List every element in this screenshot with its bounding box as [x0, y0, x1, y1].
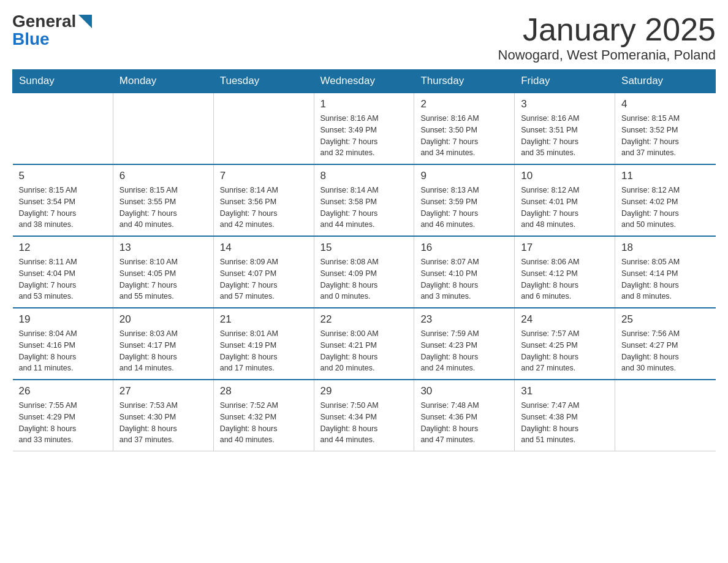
- day-number: 7: [220, 170, 308, 182]
- logo-general-text: General: [12, 13, 76, 30]
- day-cell: 9Sunrise: 8:13 AM Sunset: 3:59 PM Daylig…: [414, 164, 515, 236]
- day-number: 1: [320, 98, 408, 110]
- day-number: 20: [119, 313, 207, 326]
- day-cell: 31Sunrise: 7:47 AM Sunset: 4:38 PM Dayli…: [515, 380, 615, 451]
- day-info: Sunrise: 8:15 AM Sunset: 3:55 PM Dayligh…: [119, 185, 207, 231]
- page-header: General Blue January 2025 Nowogard, West…: [12, 12, 716, 63]
- day-cell: 3Sunrise: 8:16 AM Sunset: 3:51 PM Daylig…: [515, 93, 615, 164]
- day-cell: 17Sunrise: 8:06 AM Sunset: 4:12 PM Dayli…: [515, 236, 615, 308]
- week-row-4: 19Sunrise: 8:04 AM Sunset: 4:16 PM Dayli…: [13, 308, 716, 380]
- day-number: 12: [19, 242, 107, 254]
- day-info: Sunrise: 8:14 AM Sunset: 3:58 PM Dayligh…: [320, 185, 408, 231]
- day-cell: 7Sunrise: 8:14 AM Sunset: 3:56 PM Daylig…: [213, 164, 314, 236]
- logo-blue-text: Blue: [12, 31, 50, 48]
- day-number: 29: [320, 385, 408, 397]
- day-number: 5: [19, 170, 107, 182]
- header-cell-tuesday: Tuesday: [213, 70, 314, 93]
- title-area: January 2025 Nowogard, West Pomerania, P…: [498, 12, 716, 63]
- day-number: 16: [420, 242, 508, 254]
- day-number: 17: [521, 242, 609, 254]
- day-cell: 30Sunrise: 7:48 AM Sunset: 4:36 PM Dayli…: [414, 380, 515, 451]
- day-number: 30: [420, 385, 508, 397]
- day-number: 24: [521, 313, 609, 326]
- header-cell-sunday: Sunday: [13, 70, 113, 93]
- day-cell: 20Sunrise: 8:03 AM Sunset: 4:17 PM Dayli…: [113, 308, 213, 380]
- calendar-table: SundayMondayTuesdayWednesdayThursdayFrid…: [12, 69, 716, 451]
- day-info: Sunrise: 7:57 AM Sunset: 4:25 PM Dayligh…: [521, 328, 609, 374]
- day-info: Sunrise: 7:59 AM Sunset: 4:23 PM Dayligh…: [420, 328, 508, 374]
- week-row-2: 5Sunrise: 8:15 AM Sunset: 3:54 PM Daylig…: [13, 164, 716, 236]
- day-cell: 24Sunrise: 7:57 AM Sunset: 4:25 PM Dayli…: [515, 308, 615, 380]
- day-info: Sunrise: 7:55 AM Sunset: 4:29 PM Dayligh…: [19, 400, 107, 446]
- day-cell: 25Sunrise: 7:56 AM Sunset: 4:27 PM Dayli…: [615, 308, 716, 380]
- day-info: Sunrise: 8:12 AM Sunset: 4:01 PM Dayligh…: [521, 185, 609, 231]
- day-info: Sunrise: 7:52 AM Sunset: 4:32 PM Dayligh…: [220, 400, 308, 446]
- week-row-3: 12Sunrise: 8:11 AM Sunset: 4:04 PM Dayli…: [13, 236, 716, 308]
- day-cell: 6Sunrise: 8:15 AM Sunset: 3:55 PM Daylig…: [113, 164, 213, 236]
- day-number: 14: [220, 242, 308, 254]
- day-info: Sunrise: 7:53 AM Sunset: 4:30 PM Dayligh…: [119, 400, 207, 446]
- day-info: Sunrise: 7:48 AM Sunset: 4:36 PM Dayligh…: [420, 400, 508, 446]
- day-cell: [615, 380, 716, 451]
- day-info: Sunrise: 7:50 AM Sunset: 4:34 PM Dayligh…: [320, 400, 408, 446]
- day-cell: 23Sunrise: 7:59 AM Sunset: 4:23 PM Dayli…: [414, 308, 515, 380]
- day-cell: 19Sunrise: 8:04 AM Sunset: 4:16 PM Dayli…: [13, 308, 113, 380]
- day-cell: 14Sunrise: 8:09 AM Sunset: 4:07 PM Dayli…: [213, 236, 314, 308]
- day-cell: 13Sunrise: 8:10 AM Sunset: 4:05 PM Dayli…: [113, 236, 213, 308]
- day-info: Sunrise: 8:12 AM Sunset: 4:02 PM Dayligh…: [621, 185, 709, 231]
- day-cell: 1Sunrise: 8:16 AM Sunset: 3:49 PM Daylig…: [314, 93, 414, 164]
- calendar-body: 1Sunrise: 8:16 AM Sunset: 3:49 PM Daylig…: [13, 93, 716, 451]
- day-info: Sunrise: 7:47 AM Sunset: 4:38 PM Dayligh…: [521, 400, 609, 446]
- header-cell-monday: Monday: [113, 70, 213, 93]
- day-info: Sunrise: 8:13 AM Sunset: 3:59 PM Dayligh…: [420, 185, 508, 231]
- location-text: Nowogard, West Pomerania, Poland: [498, 47, 716, 63]
- day-info: Sunrise: 8:04 AM Sunset: 4:16 PM Dayligh…: [19, 328, 107, 374]
- header-row: SundayMondayTuesdayWednesdayThursdayFrid…: [13, 70, 716, 93]
- day-info: Sunrise: 8:01 AM Sunset: 4:19 PM Dayligh…: [220, 328, 308, 374]
- day-info: Sunrise: 8:06 AM Sunset: 4:12 PM Dayligh…: [521, 256, 609, 302]
- day-number: 27: [119, 385, 207, 397]
- day-cell: 8Sunrise: 8:14 AM Sunset: 3:58 PM Daylig…: [314, 164, 414, 236]
- day-cell: 16Sunrise: 8:07 AM Sunset: 4:10 PM Dayli…: [414, 236, 515, 308]
- day-number: 18: [621, 242, 709, 254]
- day-info: Sunrise: 8:05 AM Sunset: 4:14 PM Dayligh…: [621, 256, 709, 302]
- header-cell-saturday: Saturday: [615, 70, 716, 93]
- day-cell: 26Sunrise: 7:55 AM Sunset: 4:29 PM Dayli…: [13, 380, 113, 451]
- day-number: 9: [420, 170, 508, 182]
- day-number: 4: [621, 98, 709, 110]
- day-cell: 27Sunrise: 7:53 AM Sunset: 4:30 PM Dayli…: [113, 380, 213, 451]
- day-cell: 29Sunrise: 7:50 AM Sunset: 4:34 PM Dayli…: [314, 380, 414, 451]
- week-row-1: 1Sunrise: 8:16 AM Sunset: 3:49 PM Daylig…: [13, 93, 716, 164]
- day-info: Sunrise: 8:09 AM Sunset: 4:07 PM Dayligh…: [220, 256, 308, 302]
- day-info: Sunrise: 8:16 AM Sunset: 3:49 PM Dayligh…: [320, 113, 408, 159]
- header-cell-thursday: Thursday: [414, 70, 515, 93]
- day-cell: 10Sunrise: 8:12 AM Sunset: 4:01 PM Dayli…: [515, 164, 615, 236]
- calendar-header: SundayMondayTuesdayWednesdayThursdayFrid…: [13, 70, 716, 93]
- day-cell: 18Sunrise: 8:05 AM Sunset: 4:14 PM Dayli…: [615, 236, 716, 308]
- day-cell: 15Sunrise: 8:08 AM Sunset: 4:09 PM Dayli…: [314, 236, 414, 308]
- day-number: 8: [320, 170, 408, 182]
- day-number: 25: [621, 313, 709, 326]
- day-cell: [13, 93, 113, 164]
- day-info: Sunrise: 8:16 AM Sunset: 3:50 PM Dayligh…: [420, 113, 508, 159]
- day-number: 13: [119, 242, 207, 254]
- day-number: 10: [521, 170, 609, 182]
- day-cell: 22Sunrise: 8:00 AM Sunset: 4:21 PM Dayli…: [314, 308, 414, 380]
- day-number: 28: [220, 385, 308, 397]
- day-info: Sunrise: 8:00 AM Sunset: 4:21 PM Dayligh…: [320, 328, 408, 374]
- day-cell: 11Sunrise: 8:12 AM Sunset: 4:02 PM Dayli…: [615, 164, 716, 236]
- day-info: Sunrise: 8:11 AM Sunset: 4:04 PM Dayligh…: [19, 256, 107, 302]
- day-info: Sunrise: 8:10 AM Sunset: 4:05 PM Dayligh…: [119, 256, 207, 302]
- day-number: 2: [420, 98, 508, 110]
- day-cell: 28Sunrise: 7:52 AM Sunset: 4:32 PM Dayli…: [213, 380, 314, 451]
- day-cell: [213, 93, 314, 164]
- week-row-5: 26Sunrise: 7:55 AM Sunset: 4:29 PM Dayli…: [13, 380, 716, 451]
- day-info: Sunrise: 7:56 AM Sunset: 4:27 PM Dayligh…: [621, 328, 709, 374]
- day-number: 22: [320, 313, 408, 326]
- day-number: 15: [320, 242, 408, 254]
- day-info: Sunrise: 8:07 AM Sunset: 4:10 PM Dayligh…: [420, 256, 508, 302]
- day-cell: 4Sunrise: 8:15 AM Sunset: 3:52 PM Daylig…: [615, 93, 716, 164]
- header-cell-friday: Friday: [515, 70, 615, 93]
- logo: General Blue: [12, 12, 92, 48]
- day-info: Sunrise: 8:08 AM Sunset: 4:09 PM Dayligh…: [320, 256, 408, 302]
